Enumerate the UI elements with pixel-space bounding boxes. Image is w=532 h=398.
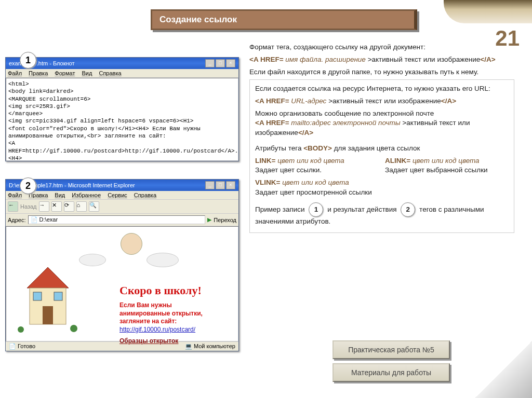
svg-rect-4 <box>54 292 62 300</box>
inline-badge-1: 1 <box>309 202 323 217</box>
cards-link[interactable]: Образцы открыток <box>119 337 178 345</box>
back-label[interactable]: Назад <box>20 203 37 210</box>
code-line: <font color="red">Скоро в школу!</H1><H4… <box>8 125 236 132</box>
close-button[interactable]: × <box>226 181 235 189</box>
address-value: D:\exar <box>39 216 58 223</box>
materials-button[interactable]: Материалы для работы <box>332 363 450 382</box>
ie-address-bar: Адрес: 📄 D:\exar ▶ Переход <box>6 214 238 226</box>
notepad-window: example17.htm - Блокнот _ □ × Файл Правк… <box>5 57 239 161</box>
code-line: <img src=pic3304.gif align=left hspace=6… <box>8 117 236 125</box>
menu-format[interactable]: Формат <box>55 70 75 76</box>
slide-title: Создание ссылок <box>151 9 417 30</box>
callout-badge-1: 1 <box>20 52 36 68</box>
ie-titlebar: D:\ex\example17.htm - Microsoft Internet… <box>6 180 238 191</box>
vlink-attr: VLINK= <box>255 179 280 186</box>
postcard-link[interactable]: http://gif.10000.ru/postcard/ <box>119 326 195 333</box>
ie-viewport: Скоро в школу! Если Вам нужны анимирован… <box>6 226 238 341</box>
svg-rect-3 <box>33 292 42 300</box>
code-line: <A HREF=http://gif.10000.ru/postcard>htt… <box>8 140 236 161</box>
mailto-intro: Можно организовать сообщение по электрон… <box>255 109 509 118</box>
menu-tools[interactable]: Сервис <box>108 192 127 198</box>
code-line: <body link=darkred> <box>8 88 236 95</box>
code-line: <html> <box>8 80 236 88</box>
minimize-button[interactable]: _ <box>205 181 215 189</box>
menu-help[interactable]: Справка <box>99 70 121 76</box>
link-alink-row: LINK= цвет или код цвета Задает цвет ссы… <box>255 156 509 175</box>
menu-file[interactable]: Файл <box>8 192 22 198</box>
status-ready: 📄 Готово <box>9 343 35 350</box>
ie-nav-toolbar: ← Назад → ✕ ⟳ ⌂ 🔍 <box>6 200 238 214</box>
examples-column: example17.htm - Блокнот _ □ × Файл Правк… <box>5 57 239 351</box>
page-headline: Скоро в школу! <box>119 284 223 297</box>
forward-icon[interactable]: → <box>39 201 49 212</box>
svg-point-6 <box>70 325 77 332</box>
page-text-line: загляните на сайт: <box>119 318 223 326</box>
vlink-row: VLINK= цвет или код цвета Задает цвет пр… <box>255 178 509 197</box>
syntax-line-2: <A HREF= URL-адрес >активный текст или и… <box>255 97 509 106</box>
notepad-menubar: Файл Правка Формат Вид Справка <box>6 69 238 78</box>
menu-edit[interactable]: Правка <box>29 70 48 76</box>
nav-buttons: Практическая работа №5 Материалы для раб… <box>332 336 450 386</box>
menu-view[interactable]: Вид <box>82 70 92 76</box>
body-attrs-heading: Атрибуты тега <BODY> для задания цвета с… <box>255 144 509 153</box>
code-line: <img src=25R3.gif> <box>8 103 236 110</box>
go-label[interactable]: Переход <box>214 217 236 223</box>
window-controls: _ □ × <box>205 181 235 189</box>
alink-desc: Задает цвет выбранной ссылки <box>385 166 509 175</box>
code-line: </marquee> <box>8 110 236 117</box>
alink-attr: ALINK= <box>385 157 410 164</box>
inline-badge-2: 2 <box>401 202 415 217</box>
ie-window: D:\ex\example17.htm - Microsoft Internet… <box>5 179 239 351</box>
syntax-line-1: <A HREF= имя файла. расширение >активный… <box>249 55 514 64</box>
menu-favorites[interactable]: Избранное <box>72 192 101 198</box>
link-desc: Задает цвет ссылки. <box>255 166 379 175</box>
code-line: анимированные открытки,<br> загляните на… <box>8 132 236 140</box>
note-text: Если файл находится в другой папке, то н… <box>249 67 514 77</box>
minimize-button[interactable]: _ <box>205 59 215 67</box>
svg-point-5 <box>18 326 24 333</box>
home-icon[interactable]: ⌂ <box>76 201 87 212</box>
back-icon[interactable]: ← <box>8 201 18 212</box>
page-text-line: анимированные открытки, <box>119 310 223 318</box>
search-icon[interactable]: 🔍 <box>89 201 99 212</box>
menu-help[interactable]: Справка <box>134 192 156 198</box>
code-line: <MARQUEE scrollamount=6> <box>8 95 236 103</box>
corner-decoration <box>444 0 532 23</box>
house-image <box>17 262 79 336</box>
window-controls: _ □ × <box>205 59 235 67</box>
vlink-desc: Задает цвет просмотренной ссылки <box>255 188 509 197</box>
address-input[interactable]: 📄 D:\exar <box>28 215 206 224</box>
menu-file[interactable]: Файл <box>8 70 22 76</box>
link-attr: LINK= <box>255 157 275 164</box>
syntax-line-3: <A HREF= mailto:адрес электронной почты … <box>255 118 509 137</box>
callout-badge-2: 2 <box>20 177 36 194</box>
svg-rect-2 <box>43 306 53 324</box>
page-curl-decoration <box>475 341 532 398</box>
explanation-column: Формат тега, создающего ссылку на другой… <box>249 43 514 233</box>
go-icon[interactable]: ▶ <box>207 216 211 223</box>
notepad-title-text: example17.htm - Блокнот <box>9 60 75 66</box>
ie-menubar: Файл Правка Вид Избранное Сервис Справка <box>6 191 238 200</box>
animated-figure <box>79 233 183 275</box>
close-button[interactable]: × <box>226 59 235 67</box>
svg-marker-0 <box>27 267 69 288</box>
stop-icon[interactable]: ✕ <box>51 201 62 212</box>
menu-view[interactable]: Вид <box>55 192 65 198</box>
notepad-textarea[interactable]: <html> <body link=darkred> <MARQUEE scro… <box>6 78 238 161</box>
intro-text: Формат тега, создающего ссылку на другой… <box>249 43 514 52</box>
url-intro: Если создается ссылка на ресурс Интернет… <box>255 84 509 93</box>
page-text-line: Если Вам нужны <box>119 301 223 310</box>
notepad-titlebar: example17.htm - Блокнот _ □ × <box>6 58 238 69</box>
maximize-button[interactable]: □ <box>216 181 225 189</box>
maximize-button[interactable]: □ <box>216 59 225 67</box>
example-sentence: Пример записи 1 и результат действия 2 т… <box>255 202 509 226</box>
explanation-frame: Если создается ссылка на ресурс Интернет… <box>249 79 514 233</box>
refresh-icon[interactable]: ⟳ <box>64 201 74 212</box>
address-label: Адрес: <box>8 217 26 223</box>
practice-work-button[interactable]: Практическая работа №5 <box>332 340 450 359</box>
